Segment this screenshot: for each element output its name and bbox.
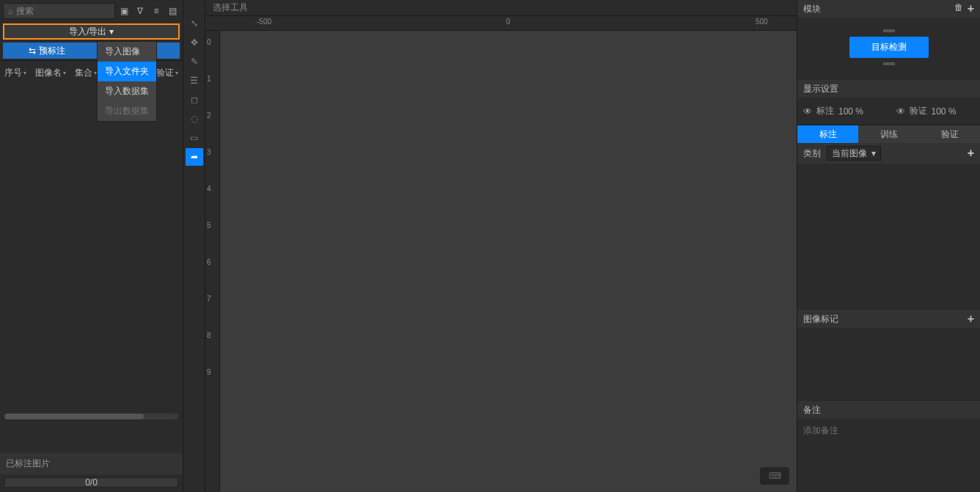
canvas-area: 选择工具 -500 0 500 0 1 2 3 4 5 6 7 8 9 ⌨ <box>205 0 797 492</box>
person-tool-icon[interactable]: ☰ <box>186 72 203 89</box>
arrows-icon: ⇆ <box>29 45 36 56</box>
export-tool-icon[interactable]: ➦ <box>186 148 203 166</box>
chevron-down-icon: ▾ <box>871 148 876 158</box>
col-imagename[interactable]: 图像名▾ <box>31 64 70 82</box>
filter-icon[interactable]: ∇ <box>133 4 147 18</box>
image-add-icon[interactable]: ▣ <box>117 4 131 18</box>
remark-header: 备注 <box>797 401 980 419</box>
tab-train[interactable]: 训练 <box>858 125 919 143</box>
delete-icon[interactable]: 🗑 <box>954 2 963 15</box>
module-add-icon[interactable]: + <box>968 2 974 15</box>
import-export-button[interactable]: 导入/导出 ▾ 导入图像 导入文件夹 导入数据集 导出数据集 <box>3 23 180 40</box>
tab-prelabel[interactable]: ⇆ 预标注 <box>3 43 92 59</box>
menu-import-dataset[interactable]: 导入数据集 <box>98 81 156 101</box>
class-scope-dropdown[interactable]: 当前图像▾ <box>827 146 881 161</box>
menu-export-dataset: 导出数据集 <box>98 101 156 121</box>
class-add-icon[interactable]: + <box>968 147 974 160</box>
shape-tool-icon[interactable]: ◻ <box>186 91 203 109</box>
move-tool-icon[interactable]: ✥ <box>186 34 203 51</box>
col-index[interactable]: 序号▾ <box>0 64 31 82</box>
left-scrollbar[interactable] <box>4 414 178 419</box>
marquee-tool-icon[interactable]: ▭ <box>186 129 203 147</box>
search-icon: ⌕ <box>8 6 13 16</box>
import-export-dropdown: 导入图像 导入文件夹 导入数据集 导出数据集 <box>97 41 157 122</box>
status-labeled: 已标注图片 <box>0 453 183 474</box>
canvas-viewport[interactable]: ⌨ <box>220 31 797 492</box>
search-placeholder: 搜索 <box>16 5 34 18</box>
image-tag-add-icon[interactable]: + <box>968 312 974 326</box>
list-icon[interactable]: ≡ <box>149 4 164 18</box>
ruler-horizontal: -500 0 500 <box>205 16 797 31</box>
count-bar: 0/0 <box>4 477 178 488</box>
eye-icon: 👁 <box>896 106 905 117</box>
ruler-vertical: 0 1 2 3 4 5 6 7 8 9 <box>205 31 220 492</box>
module-header: 模块 🗑 + <box>797 0 980 18</box>
drag-handle-top[interactable] <box>883 29 895 32</box>
eye-icon: 👁 <box>803 106 812 117</box>
pen-tool-icon[interactable]: ✎ <box>186 53 203 70</box>
left-panel: ⌕ 搜索 ▣ ∇ ≡ ▤ 导入/导出 ▾ 导入图像 导入文件夹 导入数据集 导出… <box>0 0 183 492</box>
drag-handle-bottom[interactable] <box>883 62 895 65</box>
class-label: 类别 <box>803 147 821 160</box>
tool-column: ⤡ ✥ ✎ ☰ ◻ ◌ ▭ ➦ <box>183 0 205 492</box>
display-settings-header: 显示设置 <box>797 80 980 98</box>
canvas-tool-label: 选择工具 <box>205 0 797 16</box>
display-verify-toggle[interactable]: 👁 验证 100 % <box>896 105 975 117</box>
eraser-tool-icon[interactable]: ◌ <box>186 110 203 128</box>
right-panel: 模块 🗑 + 目标检测 显示设置 👁 标注 100 % 👁 验证 100 % <box>797 0 980 492</box>
module-object-detection[interactable]: 目标检测 <box>849 37 929 58</box>
tab-label[interactable]: 标注 <box>797 125 858 143</box>
menu-import-image[interactable]: 导入图像 <box>98 42 156 62</box>
grid-icon[interactable]: ▤ <box>165 4 180 18</box>
display-label-toggle[interactable]: 👁 标注 100 % <box>803 105 882 117</box>
keyboard-icon[interactable]: ⌨ <box>760 467 789 485</box>
menu-import-folder[interactable]: 导入文件夹 <box>98 62 156 81</box>
remark-input[interactable] <box>797 419 980 492</box>
image-tag-header: 图像标记 + <box>797 310 980 328</box>
select-tool-icon[interactable]: ⤡ <box>186 15 203 32</box>
tab-verify[interactable]: 验证 <box>919 125 980 143</box>
search-input[interactable]: ⌕ 搜索 <box>3 3 115 19</box>
